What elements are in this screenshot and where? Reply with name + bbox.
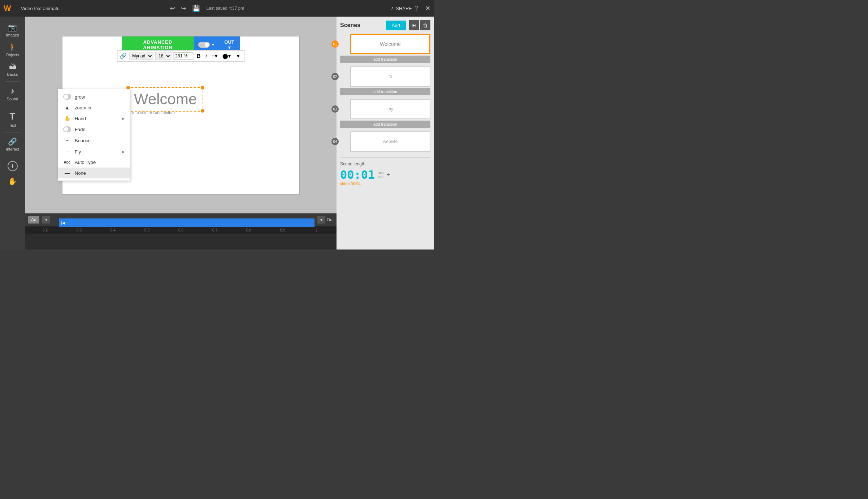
- scene-preview-text: website: [383, 139, 398, 144]
- font-select[interactable]: Myriad: [129, 52, 153, 60]
- save-button[interactable]: 💾: [189, 3, 203, 14]
- timeline-toggle-button[interactable]: ▾: [42, 216, 50, 224]
- toggle-label: ▾: [212, 42, 214, 47]
- sidebar-item-text[interactable]: T Text: [2, 108, 23, 130]
- bounce-icon: ⌢: [63, 137, 71, 144]
- color-button[interactable]: ⬤▾: [221, 52, 232, 60]
- timeline-text-thumb[interactable]: Aa: [28, 216, 39, 224]
- scenes-title: Scenes: [340, 22, 383, 29]
- zoom-icon: +: [8, 161, 18, 171]
- align-button[interactable]: ≡▾: [211, 52, 219, 60]
- scene-time-display: 00:01: [340, 168, 375, 182]
- add-transition-button-1[interactable]: add transition: [340, 56, 430, 63]
- ruler-mark: 0.4: [96, 228, 130, 232]
- separator: [5, 81, 20, 82]
- out-dropdown-button[interactable]: ▾: [317, 216, 325, 224]
- link-icon: 🔗: [8, 137, 17, 146]
- scene-thumb-1[interactable]: Welcome: [350, 34, 430, 54]
- ruler-mark: 0.9: [266, 228, 300, 232]
- sidebar-item-sound[interactable]: ♪ Sound: [2, 83, 23, 104]
- redo-button[interactable]: ↪: [178, 3, 189, 14]
- canvas-text-element[interactable]: Welcome: [127, 87, 203, 112]
- menu-item-auto-type[interactable]: Abc Auto Type: [58, 157, 130, 168]
- add-scene-button[interactable]: Add: [386, 21, 406, 30]
- undo-button[interactable]: ↩: [167, 3, 178, 14]
- menu-item-hand[interactable]: ✋ Hand ▶: [58, 113, 130, 124]
- scenes-header: Scenes Add ⊞ 🗑: [340, 20, 430, 30]
- sidebar-item-interact[interactable]: 🔗 Interact: [2, 134, 23, 154]
- menu-item-label: Bounce: [75, 138, 91, 143]
- sidebar-item-zoom[interactable]: +: [2, 158, 23, 174]
- scene-length-label: Scene length: [340, 161, 430, 166]
- scene-thumb-3[interactable]: my: [350, 99, 430, 119]
- time-increase-button[interactable]: +: [386, 172, 390, 178]
- timeline: Aa ▾ |◀ ▾ Out 0.2 0.3 0.4 0.5 0.6 0.7 0.…: [25, 213, 337, 250]
- ruler-mark: 0.7: [198, 228, 232, 232]
- scene-num-3: 03: [331, 105, 339, 113]
- help-button[interactable]: ?: [412, 3, 421, 14]
- zoom-input[interactable]: [173, 52, 193, 60]
- sidebar-item-hand[interactable]: ✋: [2, 174, 23, 188]
- menu-item-grow[interactable]: grow: [58, 91, 130, 102]
- scene-num-2: 02: [331, 73, 339, 80]
- bold-button[interactable]: B: [195, 52, 202, 60]
- scene-copy-button[interactable]: ⊞: [409, 20, 419, 30]
- handle-tr[interactable]: [201, 86, 204, 90]
- ruler-mark: 1: [300, 228, 334, 232]
- scene-item-3: 03 my add transition: [340, 99, 430, 129]
- arrow-icon: ▶: [122, 149, 125, 154]
- canvas-text-content: Welcome: [134, 91, 197, 108]
- share-icon: ↗: [390, 6, 394, 11]
- music-icon: ♪: [10, 86, 14, 96]
- none-icon: —: [63, 170, 71, 176]
- scene-delete-button[interactable]: 🗑: [420, 20, 430, 30]
- scene-item-4: 04 website: [340, 131, 430, 152]
- scene-preview-text: to: [389, 74, 392, 79]
- menu-item-fade[interactable]: Fade: [58, 124, 130, 135]
- sidebar-item-label: Objects: [6, 53, 19, 57]
- scene-thumb-2[interactable]: to: [350, 66, 430, 87]
- landscape-icon: 🏔: [9, 63, 16, 71]
- more-button[interactable]: ▼: [234, 52, 242, 60]
- menu-item-none[interactable]: — None: [58, 168, 130, 178]
- person-icon: 🚶: [8, 43, 17, 52]
- scene-thumb-4[interactable]: website: [350, 131, 430, 152]
- ruler-mark: 0.3: [62, 228, 96, 232]
- min-label: min: [378, 171, 383, 175]
- video-time: video 00:04: [340, 182, 430, 186]
- top-bar: W Video text animati... ↩ ↪ 💾 Last saved…: [0, 0, 434, 17]
- menu-item-label: grow: [75, 94, 85, 100]
- animation-dropdown-menu: grow ▲ zoom in ✋ Hand ▶ Fade ⌢ Bounce → …: [58, 89, 130, 181]
- menu-item-label: Fly: [75, 149, 81, 155]
- scene-preview-text: Welcome: [380, 41, 401, 47]
- scene-icons: ⊞ 🗑: [409, 20, 430, 30]
- sidebar-item-backs[interactable]: 🏔 Backs: [2, 60, 23, 79]
- scene-num-1: 01: [331, 40, 339, 48]
- save-status: Last saved 4:37 pm: [207, 6, 244, 11]
- canvas-area: ADVANCED ANIMATION ▾ OUT ▾ 🔗 Myriad 18 B…: [25, 17, 337, 213]
- italic-button[interactable]: i: [204, 52, 208, 60]
- menu-item-bounce[interactable]: ⌢ Bounce: [58, 135, 130, 146]
- add-transition-button-3[interactable]: add transition: [340, 121, 430, 128]
- sidebar-item-label: Interact: [6, 147, 19, 151]
- left-sidebar: 📷 Images 🚶 Objects 🏔 Backs ♪ Sound T Tex…: [0, 17, 25, 250]
- share-button[interactable]: ↗ SHARE: [390, 6, 412, 11]
- handle-br[interactable]: [201, 109, 204, 113]
- ruler-mark: 0.8: [232, 228, 266, 232]
- camera-icon: 📷: [8, 23, 17, 32]
- timeline-progress-bar[interactable]: |◀: [59, 218, 314, 227]
- menu-item-fly[interactable]: → Fly ▶: [58, 146, 130, 157]
- link-icon[interactable]: 🔗: [120, 52, 127, 59]
- sidebar-item-objects[interactable]: 🚶 Objects: [2, 40, 23, 60]
- font-size-select[interactable]: 18: [155, 52, 171, 60]
- sidebar-item-label: Backs: [7, 72, 18, 77]
- menu-item-label: zoom in: [75, 105, 91, 110]
- sidebar-item-images[interactable]: 📷 Images: [2, 20, 23, 40]
- grab-icon: ✋: [8, 177, 17, 186]
- close-button[interactable]: ✕: [425, 4, 430, 12]
- menu-item-zoom-in[interactable]: ▲ zoom in: [58, 102, 130, 113]
- ruler-mark: 0.2: [28, 228, 62, 232]
- sidebar-item-label: Sound: [7, 97, 18, 101]
- add-transition-button-2[interactable]: add transition: [340, 88, 430, 95]
- ruler-mark: 0.5: [130, 228, 164, 232]
